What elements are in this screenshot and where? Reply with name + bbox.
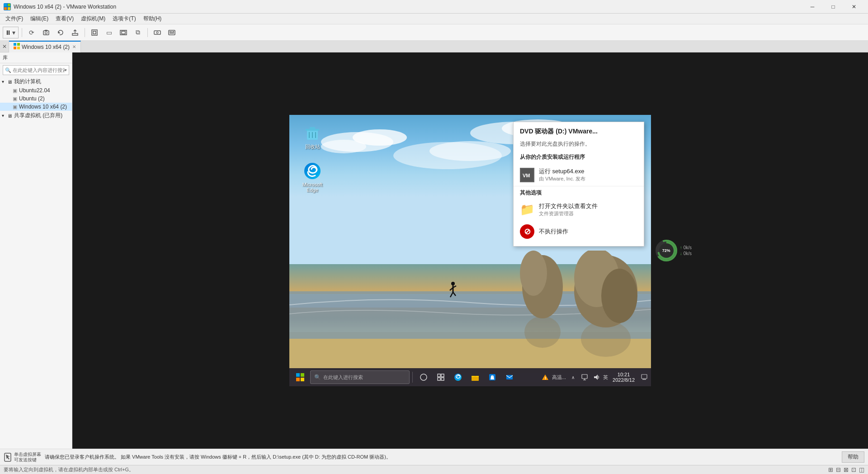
bottom-icon-5[interactable]: ◫ bbox=[859, 466, 864, 473]
power-button[interactable]: ⟳ bbox=[25, 27, 38, 38]
menu-edit[interactable]: 编辑(E) bbox=[27, 14, 52, 24]
taskbar-sep1 bbox=[412, 372, 413, 383]
input-method-label[interactable]: 英 bbox=[603, 374, 608, 381]
svg-rect-57 bbox=[296, 373, 300, 377]
search-box[interactable]: 🔍 ▾ bbox=[3, 65, 69, 75]
send-key-button[interactable] bbox=[165, 27, 178, 38]
edge-icon[interactable]: Microsoft Edge bbox=[296, 160, 329, 194]
svg-rect-62 bbox=[438, 374, 440, 377]
svg-point-37 bbox=[574, 255, 637, 327]
autorun-no-action[interactable]: ⊘ 不执行操作 bbox=[514, 221, 644, 242]
clock[interactable]: 10:21 2022/8/12 bbox=[610, 369, 637, 385]
svg-line-46 bbox=[450, 292, 453, 297]
search-dropdown-icon[interactable]: ▾ bbox=[65, 68, 67, 72]
expand-icon bbox=[7, 96, 12, 101]
svg-point-42 bbox=[451, 282, 455, 285]
maximize-button[interactable]: □ bbox=[823, 0, 844, 14]
vm-tab[interactable]: Windows 10 x64 (2) ✕ bbox=[9, 41, 81, 52]
start-button[interactable] bbox=[291, 368, 309, 386]
ctrl-alt-del-button[interactable] bbox=[151, 27, 164, 38]
network-monitor: 72% ↑ 0k/s ↓ 0k/s bbox=[656, 241, 692, 261]
no-action-icon: ⊘ bbox=[520, 224, 534, 239]
revert-button[interactable] bbox=[54, 27, 67, 38]
tree-item-my-computer[interactable]: ▾ 🖥 我的计算机 bbox=[0, 77, 72, 86]
tree-item-ubuntu22[interactable]: ▣ Ubuntu22.04 bbox=[0, 86, 72, 95]
pause-dropdown-arrow[interactable]: ▾ bbox=[12, 29, 15, 36]
pause-button[interactable]: ⏸ ▾ bbox=[3, 27, 19, 38]
clock-time: 10:21 bbox=[618, 372, 630, 377]
svg-marker-76 bbox=[594, 374, 598, 380]
bottom-icon-1[interactable]: ⊞ bbox=[828, 466, 833, 473]
fullscreen-button[interactable] bbox=[88, 27, 101, 38]
network-tray-icon[interactable] bbox=[580, 369, 590, 385]
widgets-button[interactable] bbox=[433, 369, 449, 385]
tree-label: 我的计算机 bbox=[14, 78, 41, 85]
bottom-icon-2[interactable]: ⊟ bbox=[836, 466, 841, 473]
notification-tray-icon[interactable] bbox=[639, 369, 649, 385]
pause-icon: ⏸ bbox=[5, 29, 11, 36]
computer-icon: 🖥 bbox=[7, 79, 12, 85]
taskbar-search[interactable]: 🔍 在此键入进行搜索 bbox=[310, 370, 410, 384]
stretch-button[interactable]: ⧉ bbox=[132, 27, 144, 38]
help-button[interactable]: 帮助 bbox=[842, 451, 864, 463]
menu-tab[interactable]: 选项卡(T) bbox=[109, 14, 139, 24]
toolbar-separator-3 bbox=[147, 28, 148, 37]
autorun-section2: 其他选项 bbox=[514, 186, 644, 199]
tab-close-button[interactable]: ✕ bbox=[72, 44, 76, 49]
warning-tray-icon[interactable]: ! bbox=[540, 369, 550, 385]
close-button[interactable]: ✕ bbox=[844, 0, 864, 14]
tree-item-shared[interactable]: ▾ 🖥 共享虚拟机 (已弃用) bbox=[0, 111, 72, 120]
recycle-bin-icon[interactable]: 回收站 bbox=[296, 122, 329, 152]
folder-icon-glyph: 📁 bbox=[520, 203, 534, 217]
mail-taskbar-icon[interactable] bbox=[501, 369, 518, 385]
fit-button[interactable] bbox=[117, 27, 130, 38]
expand-icon: ▾ bbox=[2, 79, 6, 84]
bottom-icon-3[interactable]: ⊠ bbox=[844, 466, 849, 473]
expand-icon: ▾ bbox=[2, 113, 6, 118]
volume-tray-icon[interactable] bbox=[591, 369, 601, 385]
autorun-title: DVD 驱动器 (D:) VMware... bbox=[514, 122, 644, 138]
app-icon bbox=[4, 3, 11, 10]
svg-rect-68 bbox=[472, 376, 475, 377]
recycle-bin-image bbox=[303, 123, 321, 142]
search-input[interactable] bbox=[13, 67, 65, 73]
edge-image bbox=[303, 162, 321, 180]
sidebar-toggle-button[interactable]: ✕ bbox=[0, 41, 9, 52]
show-hidden-tray[interactable]: ∧ bbox=[568, 369, 578, 385]
tree-item-ubuntu2[interactable]: ▣ Ubuntu (2) bbox=[0, 95, 72, 103]
sidebar-header: 库 bbox=[0, 52, 72, 63]
vm-screen[interactable]: 回收站 bbox=[289, 115, 651, 386]
window-button[interactable]: ▭ bbox=[103, 27, 115, 38]
bottom-icon-4[interactable]: ⊡ bbox=[851, 466, 856, 473]
vm-desktop[interactable]: 回收站 bbox=[289, 115, 651, 386]
recycle-bin-label: 回收站 bbox=[305, 143, 320, 150]
vm-icon-ubuntu2: ▣ bbox=[13, 96, 17, 102]
svg-line-47 bbox=[453, 292, 456, 296]
taskview-button[interactable] bbox=[415, 369, 432, 385]
svg-rect-18 bbox=[170, 33, 174, 33]
explorer-taskbar-icon[interactable] bbox=[467, 369, 483, 385]
svg-line-45 bbox=[453, 286, 456, 288]
content-area[interactable]: 回收站 bbox=[72, 52, 868, 449]
menu-view[interactable]: 查看(V) bbox=[52, 14, 77, 24]
svg-rect-58 bbox=[301, 373, 304, 377]
svg-rect-9 bbox=[93, 31, 96, 34]
toolbar-separator-1 bbox=[22, 28, 22, 37]
autorun-run-setup[interactable]: VM 运行 setup64.exe 由 VMware, Inc. 发布 bbox=[514, 164, 644, 186]
menu-vm[interactable]: 虚拟机(M) bbox=[77, 14, 109, 24]
taskbar-search-icon: 🔍 bbox=[314, 374, 321, 380]
store-taskbar-icon[interactable] bbox=[484, 369, 500, 385]
menu-file[interactable]: 文件(F) bbox=[2, 14, 27, 24]
svg-point-40 bbox=[524, 316, 561, 348]
tree-item-win10[interactable]: ▣ Windows 10 x64 (2) bbox=[0, 103, 72, 111]
menu-help[interactable]: 帮助(H) bbox=[140, 14, 165, 24]
warning-tray-label: 高温... bbox=[552, 374, 566, 381]
autorun-open-folder[interactable]: 📁 打开文件夹以查看文件 文件资源管理器 bbox=[514, 199, 644, 221]
upload-button[interactable] bbox=[69, 27, 81, 38]
edge-taskbar-icon[interactable] bbox=[450, 369, 466, 385]
autorun-no-action-text: 不执行操作 bbox=[539, 228, 568, 236]
minimize-button[interactable]: ─ bbox=[802, 0, 823, 14]
svg-rect-60 bbox=[301, 378, 304, 381]
svg-point-5 bbox=[45, 32, 47, 34]
snapshot-button[interactable] bbox=[40, 27, 52, 38]
